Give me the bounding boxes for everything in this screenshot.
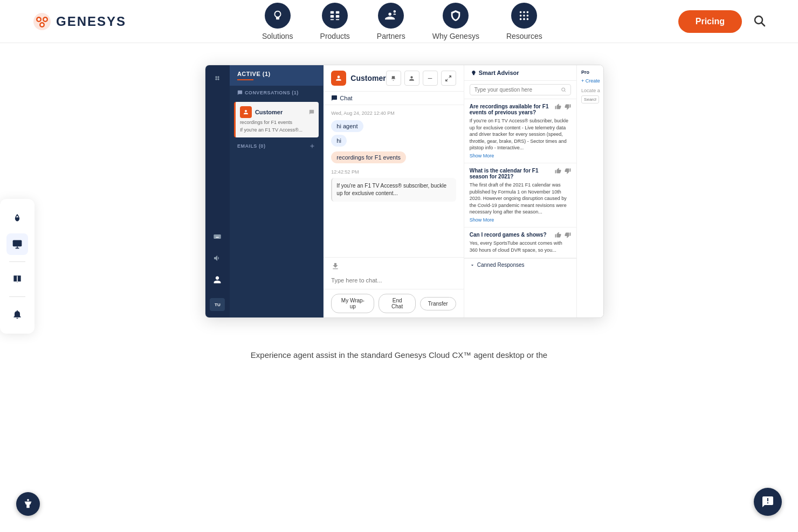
svg-point-5 bbox=[44, 18, 47, 20]
sidebar-screen-btn[interactable] bbox=[6, 233, 28, 255]
svg-point-20 bbox=[524, 18, 526, 20]
svg-rect-7 bbox=[331, 11, 334, 13]
logo-icon bbox=[32, 12, 52, 31]
why-genesys-icon bbox=[443, 3, 469, 29]
logo[interactable]: GENESYS bbox=[32, 12, 126, 31]
emails-section: EMAILS (0) bbox=[230, 140, 323, 153]
customer-avatar bbox=[331, 71, 346, 86]
solutions-icon bbox=[265, 3, 291, 29]
svg-point-14 bbox=[524, 11, 526, 13]
advisor-qa-3: Can I record games & shows? Yes, every S… bbox=[464, 227, 576, 258]
msg-bubble-3: recordings for F1 events bbox=[331, 151, 406, 163]
wrap-up-button[interactable]: My Wrap-up bbox=[331, 294, 374, 313]
agent-nav-user bbox=[211, 273, 224, 286]
svg-point-6 bbox=[41, 23, 44, 26]
sidebar-rocket-btn[interactable] bbox=[6, 208, 28, 229]
chat-tab-label: Chat bbox=[331, 95, 352, 101]
svg-point-15 bbox=[527, 11, 529, 13]
advisor-search[interactable] bbox=[464, 81, 576, 99]
svg-point-19 bbox=[520, 18, 522, 20]
svg-point-27 bbox=[216, 76, 217, 78]
msg-timestamp: Wed, Aug 24, 2022 12:40 PM bbox=[331, 110, 456, 116]
chat-header: Customer bbox=[324, 65, 463, 92]
emails-label: EMAILS (0) bbox=[237, 143, 266, 149]
nav-item-resources[interactable]: Resources bbox=[506, 3, 542, 40]
advisor-label: Smart Advisor bbox=[471, 70, 519, 76]
svg-point-13 bbox=[520, 11, 522, 13]
end-chat-button[interactable]: End Chat bbox=[379, 294, 415, 313]
main-nav: Solutions Products Partners Why Genesys bbox=[262, 3, 542, 40]
chat-header-actions bbox=[386, 71, 456, 86]
pro-locate: Locate a bbox=[581, 88, 599, 93]
conv-item-name: Customer bbox=[255, 109, 283, 115]
pro-search-input[interactable] bbox=[581, 95, 599, 103]
svg-point-17 bbox=[524, 15, 526, 17]
svg-point-28 bbox=[218, 76, 219, 78]
header-right: Pricing bbox=[678, 10, 766, 33]
conv-avatar bbox=[240, 106, 252, 118]
sidebar-divider-1 bbox=[9, 261, 25, 262]
advisor-vote-1[interactable] bbox=[555, 103, 571, 110]
svg-point-44 bbox=[27, 499, 29, 501]
solutions-label: Solutions bbox=[262, 32, 293, 40]
products-label: Products bbox=[320, 32, 350, 40]
sidebar-book-btn[interactable] bbox=[6, 268, 28, 290]
chat-messages: Wed, Aug 24, 2022 12:40 PM hi agent hi r… bbox=[324, 105, 463, 257]
advisor-header: Smart Advisor bbox=[464, 65, 576, 81]
svg-point-16 bbox=[520, 15, 522, 17]
main-header: GENESYS Solutions Products Partners bbox=[0, 0, 798, 43]
chat-support-button[interactable] bbox=[754, 488, 782, 516]
nav-item-why-genesys[interactable]: Why Genesys bbox=[432, 3, 479, 40]
advisor-q2: What is the calendar for F1 season for 2… bbox=[470, 168, 555, 179]
accessibility-button[interactable] bbox=[16, 492, 40, 516]
header-expand-btn[interactable] bbox=[441, 71, 456, 86]
svg-line-23 bbox=[761, 23, 765, 26]
advisor-search-input[interactable] bbox=[474, 87, 561, 93]
header-user-btn[interactable] bbox=[404, 71, 419, 86]
resources-label: Resources bbox=[506, 32, 542, 40]
agent-sidebar: TU bbox=[205, 65, 230, 317]
pro-create-btn[interactable]: + Create bbox=[581, 78, 599, 84]
nav-item-solutions[interactable]: Solutions bbox=[262, 3, 293, 40]
chat-input[interactable] bbox=[331, 277, 456, 284]
advisor-show-more-2[interactable]: Show More bbox=[470, 217, 571, 223]
nav-item-partners[interactable]: Partners bbox=[377, 3, 405, 40]
advisor-vote-3[interactable] bbox=[555, 232, 571, 238]
partners-icon bbox=[378, 3, 404, 29]
advisor-show-more-1[interactable]: Show More bbox=[470, 153, 571, 158]
header-pin-btn[interactable] bbox=[386, 71, 401, 86]
svg-point-18 bbox=[527, 15, 529, 17]
chat-panel: Customer bbox=[324, 65, 463, 317]
resources-icon bbox=[511, 3, 537, 29]
active-tab-label: ACTIVE (1) bbox=[237, 71, 271, 77]
transfer-button[interactable]: Transfer bbox=[420, 297, 456, 310]
pricing-button[interactable]: Pricing bbox=[678, 10, 742, 33]
main-content: TU ACTIVE (1) CONVERSATIONS (1) bbox=[0, 43, 798, 340]
sidebar-divider-2 bbox=[9, 296, 25, 297]
partners-label: Partners bbox=[377, 32, 405, 40]
active-tab[interactable]: ACTIVE (1) bbox=[230, 65, 323, 86]
advisor-qa-2: What is the calendar for F1 season for 2… bbox=[464, 163, 576, 227]
msg-bubble-2: hi bbox=[331, 135, 347, 147]
agent-nav-tu: TU bbox=[210, 298, 225, 311]
conversations-section: CONVERSATIONS (1) bbox=[230, 86, 323, 100]
pro-panel: Pro + Create Locate a bbox=[576, 65, 603, 317]
advisor-a1: If you're on F1 TV Access® subscriber, b… bbox=[470, 118, 571, 151]
svg-point-30 bbox=[218, 78, 219, 80]
svg-rect-9 bbox=[331, 15, 334, 18]
nav-item-products[interactable]: Products bbox=[320, 3, 350, 40]
agent-nav-keyboard bbox=[211, 230, 224, 243]
conversation-item[interactable]: Customer recordings for F1 events If you… bbox=[234, 102, 319, 137]
msg-system-time: 12:42:52 PM bbox=[331, 169, 456, 175]
svg-rect-11 bbox=[331, 19, 334, 20]
advisor-vote-2[interactable] bbox=[555, 168, 571, 174]
svg-rect-10 bbox=[336, 15, 339, 18]
svg-point-42 bbox=[562, 88, 565, 91]
search-button[interactable] bbox=[753, 14, 766, 29]
header-minimize-btn[interactable] bbox=[423, 71, 438, 86]
products-icon bbox=[322, 3, 348, 29]
sidebar-bell-btn[interactable] bbox=[6, 303, 28, 325]
chat-tab[interactable]: Chat bbox=[324, 92, 463, 105]
advisor-qa-1: Are recordings available for F1 events o… bbox=[464, 99, 576, 163]
canned-responses[interactable]: Canned Responses bbox=[464, 258, 576, 271]
